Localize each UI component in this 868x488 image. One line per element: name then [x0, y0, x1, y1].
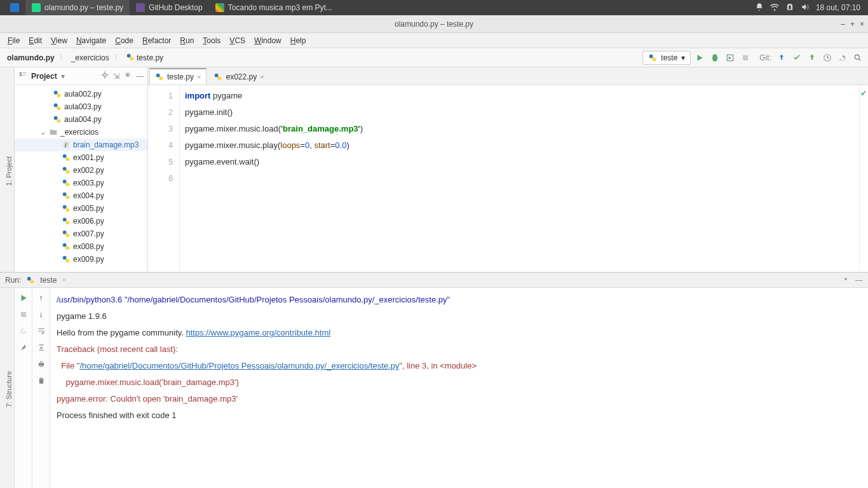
project-tree[interactable]: aula002.pyaula003.pyaula004.py⌄_exercici…: [15, 85, 147, 272]
chevron-down-icon[interactable]: ▾: [61, 72, 65, 81]
breadcrumb-item[interactable]: olamundo.py: [5, 53, 57, 63]
locate-icon[interactable]: [100, 71, 109, 81]
window-title: olamundo.py – teste.py: [395, 20, 473, 29]
history-button[interactable]: [822, 53, 832, 63]
editor-code[interactable]: import pygamepygame.init()pygame.mixer.m…: [180, 85, 859, 272]
run-console[interactable]: /usr/bin/python3.6 "/home/gabriel/Docume…: [50, 288, 868, 488]
vcs-push-button[interactable]: [807, 53, 817, 63]
gear-icon[interactable]: [123, 71, 132, 81]
menu-tools[interactable]: Tools: [199, 35, 224, 46]
tree-file[interactable]: ex006.py: [15, 215, 147, 227]
editor-error-stripe[interactable]: ✔: [859, 85, 868, 272]
volume-icon[interactable]: [801, 3, 810, 13]
menu-window[interactable]: Window: [250, 35, 285, 46]
editor-tab[interactable]: teste.py×: [149, 68, 207, 85]
svg-point-23: [63, 167, 67, 171]
close-tab-icon[interactable]: ×: [197, 73, 201, 81]
run-with-coverage-button[interactable]: [725, 53, 735, 63]
svg-point-2: [649, 54, 653, 58]
down-stack-icon[interactable]: ↓: [36, 309, 46, 320]
taskbar-label: olamundo.py – teste.py: [44, 3, 123, 12]
search-everywhere-button[interactable]: [853, 53, 863, 63]
taskbar-task-github[interactable]: GitHub Desktop: [130, 0, 209, 15]
battery-icon[interactable]: [785, 3, 794, 13]
clock[interactable]: 18 out, 07:10: [816, 3, 860, 12]
tree-file[interactable]: brain_damage.mp3: [15, 139, 147, 151]
menu-edit[interactable]: Edit: [25, 35, 46, 46]
rollback-button[interactable]: [837, 53, 848, 63]
menu-run[interactable]: Run: [176, 35, 198, 46]
close-tab-icon[interactable]: ×: [62, 276, 66, 285]
menu-code[interactable]: Code: [111, 35, 137, 46]
tree-file[interactable]: ex009.py: [15, 253, 147, 266]
tree-file[interactable]: aula003.py: [15, 100, 147, 113]
clear-icon[interactable]: [36, 376, 46, 386]
menu-vcs[interactable]: VCS: [226, 35, 249, 46]
close-icon[interactable]: ×: [860, 20, 864, 29]
svg-point-14: [54, 91, 58, 95]
breadcrumb-item[interactable]: teste.py: [124, 52, 165, 63]
run-button[interactable]: [695, 53, 705, 63]
menu-navigate[interactable]: Navigate: [72, 35, 110, 46]
taskbar-task-pycharm[interactable]: olamundo.py – teste.py: [25, 0, 130, 15]
svg-point-38: [65, 259, 69, 262]
tree-file[interactable]: ex003.py: [15, 177, 147, 189]
taskbar-label: Tocando musica mp3 em Pyt...: [228, 3, 332, 12]
hide-panel-icon[interactable]: —: [855, 276, 863, 285]
taskbar-app-launcher[interactable]: [4, 0, 25, 15]
run-header: Run: teste × —: [0, 273, 868, 288]
tree-file[interactable]: ex007.py: [15, 227, 147, 240]
svg-point-45: [844, 278, 847, 280]
soft-wrap-icon[interactable]: [36, 326, 46, 336]
close-tab-icon[interactable]: ×: [260, 73, 264, 81]
menu-refactor[interactable]: Refactor: [139, 35, 175, 46]
taskbar-task-chrome[interactable]: Tocando musica mp3 em Pyt...: [209, 0, 339, 15]
run-toolbars: ↑ ↓: [15, 288, 50, 488]
tool-tab-project[interactable]: 1: Project: [4, 154, 14, 188]
tree-file[interactable]: aula004.py: [15, 113, 147, 126]
wifi-icon[interactable]: [770, 3, 779, 13]
svg-rect-10: [22, 72, 26, 73]
hide-panel-icon[interactable]: —: [136, 72, 144, 81]
editor-gutter: 123456: [148, 85, 180, 272]
tree-file[interactable]: ex005.py: [15, 202, 147, 215]
svg-rect-49: [39, 365, 43, 367]
maximize-icon[interactable]: +: [850, 20, 855, 29]
debug-button[interactable]: [710, 53, 720, 63]
vcs-commit-button[interactable]: [792, 53, 802, 63]
menu-help[interactable]: Help: [287, 35, 310, 46]
project-panel: Project ▾ ⇲ — aula002.pyaula003.pyaula00…: [15, 67, 148, 272]
print-icon[interactable]: [36, 359, 46, 369]
notification-icon[interactable]: [755, 3, 764, 13]
tree-file[interactable]: aula002.py: [15, 88, 147, 100]
gear-icon[interactable]: [841, 274, 850, 285]
tool-tab-structure[interactable]: 7: Structure: [4, 369, 14, 410]
svg-point-19: [57, 119, 60, 123]
scroll-to-end-icon[interactable]: [36, 342, 46, 353]
breadcrumb-item[interactable]: _exercicios: [69, 53, 111, 63]
tree-file[interactable]: ex002.py: [15, 164, 147, 177]
svg-rect-8: [20, 72, 22, 74]
pin-icon[interactable]: [18, 342, 29, 353]
menu-view[interactable]: View: [47, 35, 71, 46]
up-stack-icon[interactable]: ↑: [36, 293, 46, 303]
expand-all-icon[interactable]: ⇲: [113, 72, 119, 81]
svg-point-21: [63, 154, 67, 158]
tree-file[interactable]: ex008.py: [15, 240, 147, 253]
svg-point-28: [65, 195, 69, 199]
svg-point-18: [54, 116, 58, 120]
restart-button[interactable]: [18, 326, 29, 336]
minimize-icon[interactable]: –: [841, 20, 845, 29]
stop-button[interactable]: [740, 53, 750, 63]
tree-file[interactable]: ex004.py: [15, 189, 147, 202]
git-label: Git:: [759, 53, 771, 62]
menu-file[interactable]: File: [4, 35, 24, 46]
stop-button[interactable]: [18, 309, 29, 320]
tree-file[interactable]: ex001.py: [15, 151, 147, 164]
tree-folder[interactable]: ⌄_exercicios: [15, 126, 147, 139]
vcs-update-button[interactable]: [776, 53, 787, 63]
project-view-icon[interactable]: [18, 71, 27, 81]
editor-tab[interactable]: ex022.py×: [208, 68, 269, 85]
rerun-button[interactable]: [18, 293, 29, 303]
run-configuration-selector[interactable]: teste ▾: [642, 51, 691, 65]
